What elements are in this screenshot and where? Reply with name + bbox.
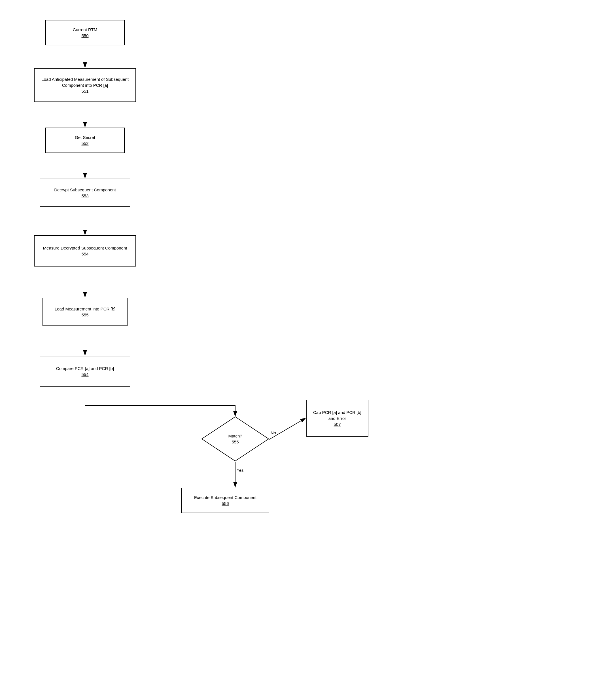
svg-line-8 [269, 418, 306, 439]
box-507-number: 507 [334, 422, 341, 427]
arrows-layer [17, 11, 598, 692]
box-555-number: 555 [81, 312, 88, 317]
diamond-match: Match? 555 [201, 416, 269, 461]
box-507-label: Cap PCR [a] and PCR [b] and Error [311, 409, 363, 421]
label-no: No [271, 430, 276, 435]
box-compare-pcr: Compare PCR [a] and PCR [b] 554 [40, 356, 130, 387]
box-555-label: Load Measurement into PCR [b] [55, 306, 115, 312]
box-current-rtm: Current RTM 550 [45, 20, 125, 45]
diamond-number: 555 [232, 439, 238, 444]
box-load-measurement: Load Measurement into PCR [b] 555 [42, 298, 127, 326]
box-get-secret: Get Secret 552 [45, 128, 125, 153]
box-550-label: Current RTM [73, 27, 97, 33]
box-decrypt: Decrypt Subsequent Component 553 [40, 179, 130, 207]
box-554a-number: 554 [81, 251, 88, 256]
box-553-label: Decrypt Subsequent Component [54, 187, 116, 193]
box-execute: Execute Subsequent Component 556 [181, 488, 269, 513]
box-553-number: 553 [81, 193, 88, 198]
box-554a-label: Measure Decrypted Subsequent Component [43, 245, 127, 251]
box-552-number: 552 [81, 141, 88, 146]
box-556-number: 556 [222, 501, 229, 506]
diagram-container: Current RTM 550 Load Anticipated Measure… [17, 11, 598, 692]
box-551-label: Load Anticipated Measurement of Subseque… [39, 76, 131, 88]
diamond-label: Match? [228, 433, 242, 439]
box-measure-decrypted: Measure Decrypted Subsequent Component 5… [34, 235, 136, 267]
box-554b-label: Compare PCR [a] and PCR [b] [56, 366, 114, 371]
box-load-anticipated: Load Anticipated Measurement of Subseque… [34, 68, 136, 102]
box-550-number: 550 [81, 33, 88, 38]
box-556-label: Execute Subsequent Component [194, 494, 256, 500]
label-yes: Yes [237, 468, 244, 473]
box-cap-pcr-error: Cap PCR [a] and PCR [b] and Error 507 [306, 400, 369, 437]
box-551-number: 551 [81, 89, 88, 94]
box-552-label: Get Secret [75, 135, 95, 140]
box-554b-number: 554 [81, 372, 88, 377]
